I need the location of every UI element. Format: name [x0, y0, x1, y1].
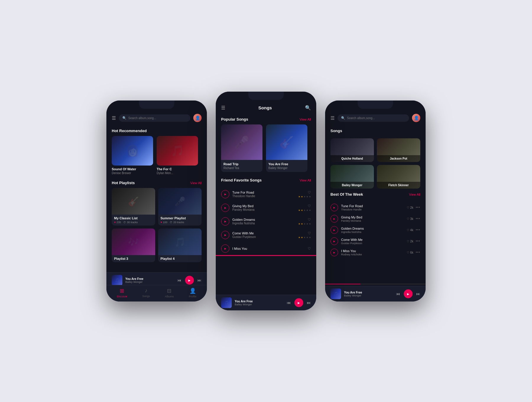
search-input[interactable]	[128, 116, 187, 120]
best-song-5[interactable]: ▶ I Miss You Rodney Artichoke ♡ 6k ••	[325, 247, 426, 258]
song-4-play[interactable]: ▶	[221, 231, 229, 239]
best-song-3-right: ♡ 4k •••	[407, 228, 420, 232]
more-options-icon[interactable]: •••	[416, 205, 420, 210]
middle-next-button[interactable]: ⏭	[307, 300, 311, 305]
right-play-button[interactable]: ▶	[404, 289, 413, 298]
best-song-3-name: Golden Dreams	[341, 227, 404, 230]
playlist-1-name: My Classic List	[114, 216, 153, 220]
star: ★	[301, 223, 303, 225]
right-next-button[interactable]: ⏭	[416, 291, 420, 296]
playlist-2-likes: 100	[163, 221, 167, 224]
right-player-artist: Bailey Wonger	[344, 294, 393, 297]
nav-albums[interactable]: ⊟ Albums	[165, 288, 174, 298]
nav-profile[interactable]: 👤 Profile	[189, 288, 197, 298]
friend-song-5[interactable]: ▶ I Miss You ♡	[216, 242, 316, 255]
friend-song-2[interactable]: ▶ Giving My Bed Parsley Montana ♡ ★ ★	[216, 201, 316, 214]
hot-playlists-section: Hot Playlists View All 🎸	[106, 177, 207, 265]
rec-card-1[interactable]: 👩 Sound Of Water Denise Brewer	[112, 136, 153, 175]
player-title: You Are Free	[125, 277, 174, 281]
best-song-4[interactable]: ▶ Come With Me Gustav Purpleson ♡ 2k	[325, 236, 426, 247]
more-options-icon[interactable]: •••	[416, 239, 420, 243]
star-empty: ★	[309, 209, 311, 212]
best-song-4-likes: ♡ 2k	[407, 240, 413, 243]
more-options-icon[interactable]: •••	[416, 217, 420, 221]
friend-favorite-view-all[interactable]: View All	[300, 179, 311, 182]
song-1-stars: ★ ★ ★ ★ ★	[298, 195, 311, 198]
songs-grid-label-2: Jackson Pot	[377, 155, 420, 162]
nav-discover[interactable]: ⊞ Discover	[117, 288, 127, 298]
best-song-1[interactable]: ▶ Tune For Road Theodore Handle ♡ 2k	[325, 202, 426, 213]
avatar[interactable]: 👤	[193, 114, 202, 122]
popular-card-2[interactable]: 🎸 You Are Free Bailey Wonger	[266, 124, 307, 172]
best-song-2-play[interactable]: ▶	[330, 215, 338, 223]
playlist-card-3[interactable]: 🎶 Playlist 3	[112, 228, 155, 262]
songs-grid-card-1[interactable]: Quiche Holland	[330, 138, 374, 162]
nav-songs[interactable]: ♪ Songs	[142, 288, 150, 298]
best-song-3[interactable]: ▶ Golden Dreams Ingredia Nutrisha ♡ 4k	[325, 224, 426, 236]
popular-card-1[interactable]: 🎤 Road Trip Richard Tea	[221, 124, 262, 172]
right-screen-content: Songs Quiche Holland Jackson Pot	[325, 125, 426, 302]
star: ★	[301, 236, 303, 239]
song-5-play[interactable]: ▶	[221, 244, 229, 253]
best-song-4-play[interactable]: ▶	[330, 237, 338, 245]
rec-card-1-title: Sound Of Water	[112, 167, 153, 171]
best-song-3-play[interactable]: ▶	[330, 226, 338, 234]
more-options-icon[interactable]: •••	[416, 250, 420, 255]
song-5-info: I Miss You	[232, 247, 305, 250]
playlist-card-2[interactable]: 🎤 Summer Playlist ♥ 100	[158, 188, 202, 226]
best-song-2-name: Giving My Bed	[341, 215, 404, 219]
right-menu-icon[interactable]: ☰	[330, 115, 335, 121]
song-2-play[interactable]: ▶	[221, 204, 229, 212]
friend-song-1[interactable]: ▶ Tune For Road Theodore Handle ♡ ★ ★	[216, 188, 316, 201]
song-5-heart[interactable]: ♡	[308, 247, 311, 251]
star-empty: ★	[304, 236, 306, 239]
star-empty: ★	[306, 223, 308, 225]
song-1-play[interactable]: ▶	[221, 190, 229, 198]
player-artist-middle: Bailey Wonger	[235, 303, 284, 306]
playlist-card-1[interactable]: 🎸 My Classic List ♥ 235	[112, 188, 155, 226]
rec-card-2-artist: Dylan Meri...	[157, 171, 198, 175]
bottom-player-right: 🎵 You Are Free Bailey Wonger ⏮ ▶ ⏭	[325, 286, 426, 302]
right-prev-button[interactable]: ⏮	[396, 291, 400, 296]
best-song-5-play[interactable]: ▶	[330, 249, 338, 256]
middle-play-button[interactable]: ▶	[294, 298, 303, 307]
right-avatar[interactable]: 👤	[412, 114, 420, 122]
song-1-heart[interactable]: ♡	[308, 190, 311, 194]
popular-songs-view-all[interactable]: View All	[300, 118, 311, 121]
right-search-icon: 🔍	[341, 116, 345, 120]
search-bar[interactable]: 🔍	[119, 114, 190, 122]
rec-card-2[interactable]: 🎵 The For C Dylan Meri...	[157, 136, 198, 175]
playlist-card-4[interactable]: 🎵 Playlist 4	[158, 228, 202, 262]
best-of-week-view-all[interactable]: View All	[409, 193, 420, 196]
middle-prev-button[interactable]: ⏮	[287, 300, 291, 305]
songs-grid-card-3[interactable]: Bailey Wonger	[330, 165, 374, 189]
next-button[interactable]: ⏭	[197, 278, 202, 283]
hot-playlists-view-all[interactable]: View All	[190, 181, 202, 185]
friend-song-4[interactable]: ▶ Come With Me Gustav Purpleson ♡ ★ ★	[216, 228, 316, 241]
right-songs-title: Songs	[330, 129, 342, 133]
heart-icon: ♡	[407, 217, 409, 221]
song-2-heart[interactable]: ♡	[308, 204, 311, 208]
prev-button[interactable]: ⏮	[177, 278, 181, 283]
more-options-icon[interactable]: •••	[416, 228, 420, 232]
song-4-heart[interactable]: ♡	[308, 231, 311, 235]
star-empty: ★	[304, 195, 306, 198]
song-3-play[interactable]: ▶	[221, 217, 229, 226]
best-song-3-artist: Ingredia Nutrisha	[341, 231, 404, 234]
menu-icon[interactable]: ☰	[112, 115, 116, 121]
nav-discover-label: Discover	[117, 295, 127, 298]
songs-grid-card-4[interactable]: Fletch Skinner	[377, 165, 420, 189]
right-search-input[interactable]	[347, 116, 406, 120]
middle-search-icon[interactable]: 🔍	[305, 105, 311, 111]
star-empty: ★	[306, 209, 308, 212]
best-song-2[interactable]: ▶ Giving My Bed Parsley Montana ♡ 3k	[325, 213, 426, 224]
songs-grid-card-2[interactable]: Jackson Pot	[377, 138, 420, 162]
right-search-bar[interactable]: 🔍	[338, 114, 409, 122]
song-4-artist: Gustav Purpleson	[232, 235, 295, 239]
play-button[interactable]: ▶	[185, 276, 194, 285]
friend-song-3[interactable]: ▶ Golden Dreams Ingredia Nutrisha ♡ ★ ★	[216, 215, 316, 228]
friend-favorite-section: Friend Favorite Songs View All	[216, 174, 316, 188]
best-song-1-play[interactable]: ▶	[330, 204, 338, 211]
middle-menu-icon[interactable]: ☰	[221, 105, 225, 111]
song-3-heart[interactable]: ♡	[308, 218, 311, 222]
